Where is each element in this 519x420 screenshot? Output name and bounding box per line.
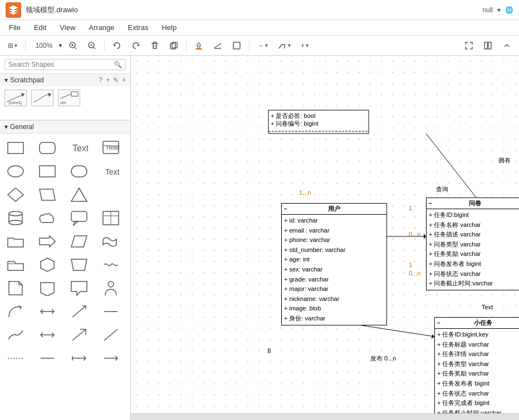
search-input[interactable] bbox=[8, 61, 114, 68]
scratchpad-close-icon[interactable]: × bbox=[122, 76, 126, 84]
shape-rounded2[interactable] bbox=[66, 160, 92, 182]
zoom-level[interactable]: 100% bbox=[30, 40, 58, 51]
scratch-item-3[interactable]: sim bbox=[58, 90, 80, 116]
redo-btn[interactable] bbox=[128, 39, 144, 52]
shape-pentagon[interactable] bbox=[34, 277, 61, 299]
shape-double-arrow2[interactable] bbox=[34, 324, 61, 346]
undo-btn[interactable] bbox=[109, 39, 125, 52]
menu-edit[interactable]: Edit bbox=[28, 22, 52, 33]
shape-arrow-right[interactable] bbox=[34, 230, 61, 253]
shape-line[interactable] bbox=[97, 300, 124, 323]
search-input-wrap[interactable]: 🔍 bbox=[4, 59, 126, 70]
shape-rect2[interactable] bbox=[34, 160, 61, 182]
waypoint-btn[interactable]: ▾ bbox=[275, 39, 294, 52]
fullscreen-btn[interactable] bbox=[461, 39, 477, 52]
shape-cloud[interactable] bbox=[34, 207, 61, 229]
shape-cylinder[interactable] bbox=[2, 207, 29, 229]
globe-icon[interactable]: 🌐 bbox=[505, 6, 513, 14]
dropdown-icon[interactable]: ▾ bbox=[497, 6, 501, 14]
scratch-item-1[interactable]: [conn1] bbox=[4, 90, 27, 116]
delete-btn[interactable] bbox=[147, 39, 163, 52]
shape-s-curve[interactable] bbox=[2, 324, 29, 346]
scratchpad-edit-icon[interactable]: ✎ bbox=[113, 76, 119, 84]
st-field-2: + 任务标题 varchar bbox=[437, 340, 519, 350]
format-btn[interactable]: ⊞▾ bbox=[4, 40, 21, 51]
shape-image[interactable]: Heading bbox=[97, 137, 124, 159]
shape-callout[interactable] bbox=[66, 207, 92, 229]
shape-hexagon[interactable] bbox=[34, 254, 61, 276]
copy-btn[interactable] bbox=[166, 39, 182, 52]
shape-doc[interactable] bbox=[2, 277, 29, 299]
user-field-8: + major: varchar bbox=[284, 284, 384, 294]
insert-btn[interactable]: +▾ bbox=[297, 40, 312, 51]
app-logo bbox=[6, 2, 21, 18]
shape-diagonal-line[interactable] bbox=[97, 324, 124, 346]
zoom-in-btn[interactable] bbox=[65, 39, 81, 52]
shape-parallelogram[interactable] bbox=[34, 184, 61, 206]
menu-view[interactable]: View bbox=[54, 22, 81, 33]
shape-wave[interactable] bbox=[97, 230, 124, 253]
svg-point-49 bbox=[108, 281, 114, 287]
general-header[interactable]: ▾ General bbox=[0, 120, 130, 134]
shape-arrow-diagonal[interactable] bbox=[66, 300, 92, 323]
zoom-out-btn[interactable] bbox=[84, 39, 100, 52]
shape-chat-bubble[interactable] bbox=[66, 277, 92, 299]
shape-person[interactable] bbox=[97, 277, 124, 299]
svg-rect-22 bbox=[8, 142, 23, 154]
shape-parallelogram2[interactable] bbox=[66, 230, 92, 253]
user-field-3: + phone: varchar bbox=[284, 235, 384, 245]
shape-table[interactable] bbox=[97, 207, 124, 229]
collapse-btn[interactable] bbox=[499, 39, 515, 52]
shape-diamond[interactable] bbox=[2, 184, 29, 206]
menu-extras[interactable]: Extras bbox=[123, 22, 154, 33]
shape-text[interactable]: Text bbox=[66, 137, 92, 159]
user-minus[interactable]: − bbox=[284, 206, 287, 212]
search-icon[interactable]: 🔍 bbox=[114, 61, 122, 68]
shape-folder[interactable] bbox=[2, 254, 29, 276]
menu-arrange[interactable]: Arrange bbox=[83, 22, 120, 33]
svg-line-54 bbox=[72, 329, 86, 340]
q-field-1: + 任务ID:bigint bbox=[429, 210, 519, 220]
shape-squiggle[interactable] bbox=[97, 254, 124, 276]
svg-rect-19 bbox=[71, 92, 78, 96]
canvas-area[interactable]: + 是否必答: bool + 问卷编号: bigint 1 拥有 查询 1...… bbox=[131, 56, 519, 420]
shape-text2[interactable]: Text bbox=[97, 160, 124, 182]
st-minus[interactable]: − bbox=[437, 320, 440, 326]
shape-arrow-right2[interactable] bbox=[97, 347, 124, 369]
shape-curve-arrow[interactable] bbox=[2, 300, 29, 323]
svg-rect-15 bbox=[484, 42, 487, 49]
shape-double-arrow[interactable] bbox=[34, 300, 61, 323]
st-field-1: + 任务ID:bigint,key bbox=[437, 330, 519, 340]
panel-btn[interactable] bbox=[480, 39, 496, 52]
shape-line2[interactable] bbox=[34, 347, 61, 369]
connector-btn[interactable]: →▾ bbox=[254, 40, 271, 51]
horizontal-scrollbar[interactable] bbox=[131, 413, 519, 420]
scratchpad-add-icon[interactable]: + bbox=[106, 76, 110, 84]
menu-help[interactable]: Help bbox=[156, 22, 182, 33]
shape-folder-open[interactable] bbox=[2, 230, 29, 253]
zoom-dropdown-icon[interactable]: ▾ bbox=[59, 42, 62, 48]
shape-dot-line[interactable] bbox=[2, 347, 29, 369]
scratchpad-help-icon[interactable]: ? bbox=[99, 76, 102, 84]
shape-rect[interactable] bbox=[2, 137, 29, 159]
shape-rounded-rect[interactable] bbox=[34, 137, 61, 159]
line-btn[interactable] bbox=[210, 39, 226, 52]
scratch-img-1: [conn1] bbox=[4, 90, 27, 106]
scratchpad-header[interactable]: ▾ Scratchpad ? + ✎ × bbox=[0, 74, 130, 86]
shape-triangle[interactable] bbox=[66, 184, 92, 206]
scratch-item-2[interactable] bbox=[31, 90, 53, 116]
shape-btn[interactable] bbox=[229, 39, 244, 52]
q-minus[interactable]: − bbox=[429, 200, 432, 206]
q-table-body: + 任务ID:bigint + 任务名称 varchar + 任务描述 varc… bbox=[427, 209, 519, 290]
menu-file[interactable]: File bbox=[3, 22, 26, 33]
shape-spacer[interactable] bbox=[97, 184, 124, 206]
fill-btn[interactable] bbox=[191, 39, 207, 52]
svg-text:+ 是否必答: bool: + 是否必答: bool bbox=[271, 112, 315, 119]
shape-arrow-up-right[interactable] bbox=[66, 324, 92, 346]
small-task-header: − 小任务 bbox=[435, 318, 519, 329]
titlebar-left: 领域模型.drawio bbox=[6, 2, 78, 18]
shape-double-arrow3[interactable] bbox=[66, 347, 92, 369]
shape-trapezoid[interactable] bbox=[66, 254, 92, 276]
shape-ellipse[interactable] bbox=[2, 160, 29, 182]
q-title: 问卷 bbox=[469, 199, 481, 207]
